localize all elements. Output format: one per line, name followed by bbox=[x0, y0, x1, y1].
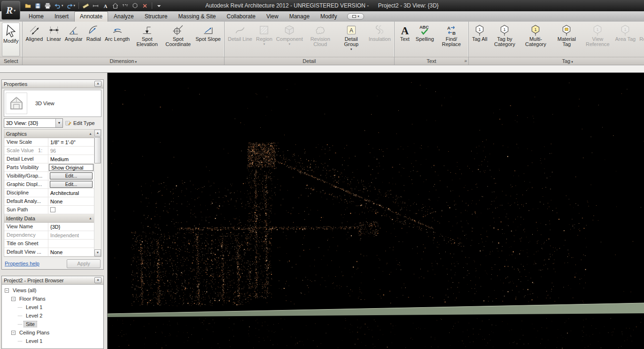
project-browser-header[interactable]: Project2 - Project Browser ✕ bbox=[2, 276, 103, 285]
ribbon-button-material-tag[interactable]: Material Tag bbox=[551, 23, 582, 56]
ribbon-button-find-replace[interactable]: ABFind/ Replace bbox=[436, 23, 466, 56]
qat-customize-quick-access-toolbar-button[interactable] bbox=[155, 1, 163, 10]
view-selector-combobox[interactable]: 3D View: {3D} ▼ bbox=[4, 118, 63, 128]
tab-massing-site[interactable]: Massing & Site bbox=[173, 12, 221, 22]
close-icon[interactable]: ✕ bbox=[94, 277, 101, 283]
property-value-visibility-grap[interactable]: Edit... bbox=[48, 172, 94, 180]
ribbon-button-tag-all[interactable]: 1Tag All bbox=[471, 23, 489, 56]
panel-caption-dimension[interactable]: Dimension ▾ bbox=[23, 57, 224, 65]
ribbon-button-label: Find/ Replace bbox=[438, 37, 465, 47]
drawing-area[interactable] bbox=[107, 73, 644, 349]
tree-item-4-site[interactable]: Site bbox=[2, 320, 103, 328]
ribbon-button-angular[interactable]: Angular bbox=[63, 23, 84, 56]
collapse-expander-icon[interactable]: − bbox=[11, 297, 16, 301]
ribbon-button-text[interactable]: AText bbox=[396, 23, 413, 56]
sun-path-checkbox[interactable] bbox=[50, 207, 55, 212]
properties-palette-header[interactable]: Properties ✕ bbox=[2, 80, 103, 88]
tab-collaborate[interactable]: Collaborate bbox=[222, 12, 261, 22]
tree-item-3-level-2[interactable]: Level 2 bbox=[2, 311, 103, 320]
ribbon-button-multi-category[interactable]: 1Multi- Category bbox=[520, 23, 551, 56]
component-icon bbox=[283, 24, 295, 36]
ribbon-button-linear[interactable]: Linear bbox=[45, 23, 62, 56]
ribbon-button-spot-elevation[interactable]: Spot Elevation bbox=[132, 23, 162, 56]
application-menu-button[interactable]: R ▾ bbox=[1, 1, 20, 20]
collapse-expander-icon[interactable]: − bbox=[11, 331, 16, 335]
section-header-identity-data[interactable]: Identity Data▲ bbox=[4, 214, 94, 223]
dialog-launcher-icon[interactable]: » bbox=[464, 57, 467, 65]
properties-scrollbar[interactable]: ▲ ▼ bbox=[94, 130, 101, 256]
dropdown-caret-icon[interactable]: ▾ bbox=[62, 4, 63, 8]
tree-item-2-level-1[interactable]: Level 1 bbox=[2, 303, 103, 311]
panel-flyout-caret-icon[interactable]: ▾ bbox=[570, 60, 573, 63]
property-value-default-analy[interactable]: None bbox=[48, 197, 94, 205]
find-replace-icon: AB bbox=[445, 24, 458, 36]
qat-open-button[interactable] bbox=[23, 1, 32, 10]
tree-item-1-floor-plans[interactable]: −Floor Plans bbox=[2, 295, 103, 303]
scroll-down-icon[interactable]: ▼ bbox=[94, 249, 101, 256]
section-header-graphics[interactable]: Graphics▲ bbox=[4, 130, 94, 138]
tab-annotate[interactable]: Annotate bbox=[74, 11, 108, 22]
chevron-down-icon: ▾ bbox=[357, 15, 359, 18]
tree-item-5-ceiling-plans[interactable]: −Ceiling Plans bbox=[2, 328, 103, 337]
chevron-down-icon[interactable]: ▼ bbox=[55, 119, 62, 127]
ribbon-button-modify[interactable]: Modify bbox=[2, 23, 20, 56]
ribbon-button-label: Modify bbox=[3, 39, 18, 44]
ribbon-button-label: Area Tag bbox=[615, 37, 636, 42]
qat-section-button[interactable] bbox=[121, 1, 130, 10]
tab-modify[interactable]: Modify bbox=[315, 12, 342, 22]
ribbon-button-spot-slope[interactable]: Spot Slope bbox=[194, 23, 222, 56]
3d-view-canvas[interactable] bbox=[108, 73, 644, 349]
ribbon-button-radial[interactable]: Radial bbox=[85, 23, 102, 56]
qat-close-hidden-windows-button[interactable] bbox=[140, 1, 149, 10]
property-value-view-name[interactable]: {3D} bbox=[48, 223, 94, 231]
text-icon: A bbox=[399, 24, 411, 36]
ribbon-button-spelling[interactable]: ABCSpelling bbox=[414, 23, 435, 56]
tab-structure[interactable]: Structure bbox=[140, 12, 173, 22]
tree-item-0-views-all[interactable]: −Views (all) bbox=[2, 286, 103, 295]
property-value-sun-path[interactable] bbox=[48, 206, 94, 214]
qat-text-button[interactable]: A bbox=[101, 1, 110, 10]
qat-redo-button[interactable]: ▾ bbox=[65, 1, 77, 10]
qat-measure-button[interactable] bbox=[81, 1, 90, 10]
ribbon-button-aligned[interactable]: Aligned bbox=[24, 23, 45, 56]
scroll-up-icon[interactable]: ▲ bbox=[94, 130, 101, 137]
revision-cloud-icon bbox=[314, 24, 326, 36]
qat-save-button[interactable] bbox=[33, 1, 42, 10]
property-value-detail-level[interactable]: Medium bbox=[48, 155, 94, 163]
dropdown-caret-icon[interactable]: ▾ bbox=[74, 4, 76, 8]
property-value-discipline[interactable]: Architectural bbox=[48, 189, 94, 197]
panel-flyout-caret-icon[interactable]: ▾ bbox=[134, 60, 137, 63]
ribbon-button-spot-coordinate[interactable]: Spot Coordinate bbox=[163, 23, 193, 56]
property-value-view-scale[interactable]: 1/8" = 1'-0" bbox=[48, 138, 94, 146]
qat-default-3d-view-button[interactable] bbox=[111, 1, 120, 10]
graphic-displ-edit-button[interactable]: Edit... bbox=[50, 181, 93, 188]
qat-tag-by-category-button[interactable] bbox=[131, 1, 140, 10]
close-icon[interactable]: ✕ bbox=[94, 81, 101, 87]
panel-caption-tag[interactable]: Tag ▾ bbox=[469, 57, 644, 65]
tab-view[interactable]: View bbox=[261, 12, 284, 22]
ribbon-button-tag-by-category[interactable]: 1Tag by Category bbox=[489, 23, 520, 56]
tree-item-label: Site bbox=[24, 321, 37, 327]
property-value-graphic-displ[interactable]: Edit... bbox=[48, 180, 94, 188]
qat-undo-button[interactable]: ▾ bbox=[53, 1, 64, 10]
scrollbar-thumb[interactable] bbox=[94, 137, 101, 163]
visibility-grap-edit-button[interactable]: Edit... bbox=[50, 172, 93, 179]
ribbon-button-arc-length[interactable]: Arc Length bbox=[103, 23, 131, 56]
panel-body: ATextABCSpellingABFind/ Replace bbox=[395, 22, 468, 57]
qat-print-button[interactable] bbox=[43, 1, 52, 10]
tab-home[interactable]: Home bbox=[23, 12, 49, 22]
type-selector[interactable]: 3D View bbox=[4, 90, 101, 117]
ribbon-button-detail-group[interactable]: ADetail Group▼ bbox=[336, 23, 366, 56]
edit-type-button[interactable]: Edit Type bbox=[65, 118, 101, 128]
tab-insert[interactable]: Insert bbox=[49, 12, 74, 22]
tab-analyze[interactable]: Analyze bbox=[109, 12, 139, 22]
collapse-expander-icon[interactable]: − bbox=[5, 288, 9, 293]
property-value-title-on-sheet[interactable] bbox=[48, 240, 94, 248]
properties-help-link[interactable]: Properties help bbox=[5, 261, 39, 266]
ribbon-display-toggle[interactable]: ▾ bbox=[347, 13, 364, 20]
property-value-parts-visibility[interactable]: Show Original bbox=[48, 163, 94, 171]
tree-item-6-level-1[interactable]: Level 1 bbox=[2, 337, 103, 345]
qat-aligned-dimension-button[interactable] bbox=[91, 1, 100, 10]
tab-manage[interactable]: Manage bbox=[284, 12, 315, 22]
property-value-default-view[interactable]: None bbox=[48, 248, 94, 256]
